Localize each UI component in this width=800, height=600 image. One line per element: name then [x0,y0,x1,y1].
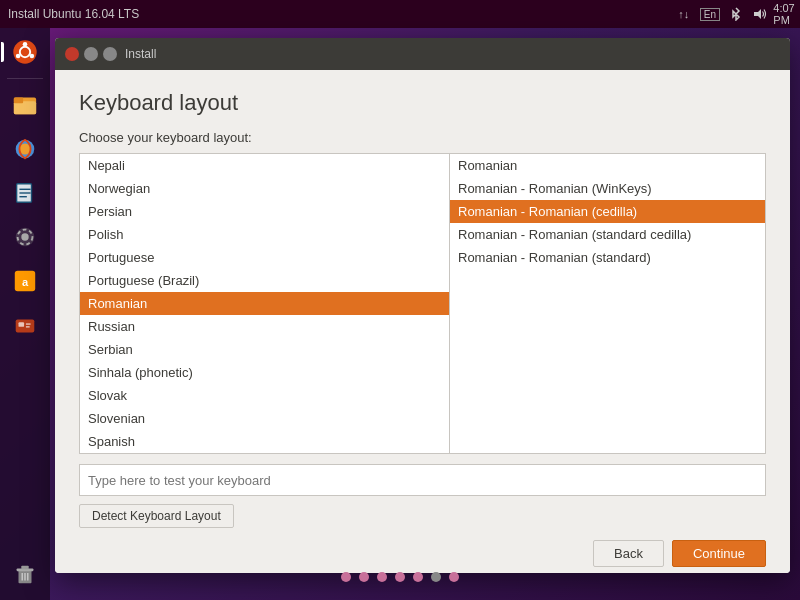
layout-label: Choose your keyboard layout: [79,130,766,145]
list-item[interactable]: Polish [80,223,449,246]
sort-icon: ↑↓ [676,6,692,22]
launcher-files[interactable] [5,85,45,125]
svg-text:a: a [22,276,29,288]
svg-rect-8 [14,98,23,104]
close-button[interactable] [65,47,79,61]
window-titlebar: Install [55,38,790,70]
list-item[interactable]: Russian [80,315,449,338]
svg-rect-22 [19,322,25,327]
volume-icon [752,6,768,22]
detect-button-row: Detect Keyboard Layout [79,496,766,528]
launcher-system-tool[interactable] [5,305,45,345]
launcher-settings[interactable] [5,217,45,257]
svg-rect-7 [14,101,36,114]
language-list-panel[interactable]: Nepali Norwegian Persian Polish Portugue… [80,154,450,453]
keyboard-test-input[interactable] [79,464,766,496]
list-item[interactable]: Spanish [80,430,449,453]
topbar-left: Install Ubuntu 16.04 LTS [8,7,139,21]
launcher-divider-1 [7,78,43,79]
progress-dot-2 [359,572,369,582]
detect-keyboard-layout-button[interactable]: Detect Keyboard Layout [79,504,234,528]
time-display: 4:07 PM [776,6,792,22]
window-controls [65,47,117,61]
list-item[interactable]: Nepali [80,154,449,177]
variant-list-panel[interactable]: Romanian Romanian - Romanian (WinKeys) R… [450,154,765,453]
list-item-romanian-default[interactable]: Romanian [450,154,765,177]
list-item[interactable]: Portuguese [80,246,449,269]
list-item[interactable]: Norwegian [80,177,449,200]
keyboard-layout-panels: Nepali Norwegian Persian Polish Portugue… [79,153,766,454]
window-body: Keyboard layout Choose your keyboard lay… [55,70,790,573]
page-title: Keyboard layout [79,90,766,116]
svg-point-4 [16,54,21,59]
svg-point-3 [23,42,28,47]
progress-dot-3 [377,572,387,582]
list-item-romanian-winkeys[interactable]: Romanian - Romanian (WinKeys) [450,177,765,200]
maximize-button[interactable] [103,47,117,61]
list-item-romanian-standard-cedilla[interactable]: Romanian - Romanian (standard cedilla) [450,223,765,246]
list-item[interactable]: Slovak [80,384,449,407]
topbar: Install Ubuntu 16.04 LTS ↑↓ En 4:07 PM [0,0,800,28]
progress-dots [0,562,800,592]
topbar-right: ↑↓ En 4:07 PM [676,6,792,22]
list-item[interactable]: Sinhala (phonetic) [80,361,449,384]
progress-dot-7 [449,572,459,582]
svg-point-17 [21,233,28,240]
svg-point-5 [30,54,35,59]
desktop: a [0,28,800,600]
keyboard-layout-indicator[interactable]: En [700,8,720,21]
list-item[interactable]: Persian [80,200,449,223]
topbar-title: Install Ubuntu 16.04 LTS [8,7,139,21]
keyboard-test-row [79,464,766,496]
list-item[interactable]: Slovenian [80,407,449,430]
list-item-romanian[interactable]: Romanian [80,292,449,315]
progress-dot-1 [341,572,351,582]
svg-marker-0 [754,9,761,19]
launcher-amazon[interactable]: a [5,261,45,301]
progress-dot-5 [413,572,423,582]
minimize-button[interactable] [84,47,98,61]
launcher-ubuntu[interactable] [5,32,45,72]
list-item[interactable]: Serbian [80,338,449,361]
list-item-romanian-standard[interactable]: Romanian - Romanian (standard) [450,246,765,269]
launcher-libreoffice[interactable] [5,173,45,213]
launcher-firefox[interactable] [5,129,45,169]
progress-dot-4 [395,572,405,582]
progress-dot-6 [431,572,441,582]
launcher: a [0,28,50,600]
list-item[interactable]: Portuguese (Brazil) [80,269,449,292]
install-window: Install Keyboard layout Choose your keyb… [55,38,790,573]
bluetooth-icon [728,6,744,22]
window-title: Install [125,47,156,61]
list-item-romanian-cedilla[interactable]: Romanian - Romanian (cedilla) [450,200,765,223]
